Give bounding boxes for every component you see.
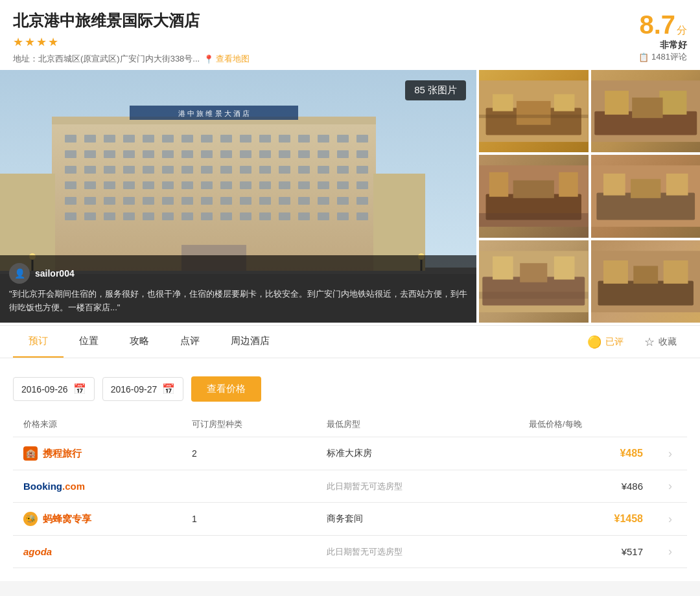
mafengwo-icon: 🐝 [23, 512, 38, 526]
svg-rect-50 [337, 166, 349, 174]
svg-rect-66 [337, 181, 349, 189]
svg-rect-62 [259, 181, 271, 189]
lowest-type-cell: 此日期暂无可选房型 [316, 470, 519, 503]
svg-rect-131 [631, 179, 660, 198]
svg-rect-16 [298, 135, 310, 143]
svg-rect-17 [318, 135, 329, 143]
svg-rect-84 [65, 212, 76, 220]
chevron-cell: › [653, 536, 687, 568]
search-price-button[interactable]: 查看价格 [191, 376, 261, 402]
chevron-icon: › [668, 479, 672, 492]
gallery-thumb-1[interactable] [479, 70, 589, 152]
gallery-thumb-6[interactable] [591, 240, 701, 323]
collect-action[interactable]: ☆ 收藏 [634, 330, 687, 354]
svg-rect-39 [123, 166, 135, 174]
provider-cell-mafengwo: 🐝 蚂蜂窝专享 [13, 503, 181, 536]
lowest-type-cell: 此日期暂无可选房型 [316, 536, 519, 568]
svg-rect-75 [201, 197, 213, 205]
svg-rect-31 [279, 150, 290, 158]
score-label: 非常好 [638, 40, 687, 51]
checkin-input[interactable]: 2016-09-26 📅 [13, 377, 95, 401]
review-text: "到北京开会期间住宿的，服务很好，也很干净，住宿的楼层要刷卡，比较安全。到广安门… [9, 288, 467, 315]
star-2: ★ [25, 35, 35, 49]
chevron-cell: › [653, 470, 687, 503]
svg-rect-71 [123, 197, 135, 205]
svg-rect-126 [479, 213, 589, 227]
svg-rect-141 [663, 260, 688, 284]
chevron-icon: › [668, 447, 672, 460]
svg-rect-34 [337, 150, 349, 158]
header-lowest-type: 最低房型 [316, 412, 519, 437]
svg-rect-35 [356, 150, 368, 158]
svg-rect-67 [356, 181, 368, 189]
nav-item-review[interactable]: 点评 [165, 326, 215, 358]
score-unit: 分 [677, 24, 687, 38]
price-cell: ¥1458 [519, 503, 653, 536]
svg-rect-13 [240, 135, 251, 143]
avatar-icon: 👤 [14, 268, 25, 279]
svg-rect-27 [201, 150, 213, 158]
map-link[interactable]: 📍 查看地图 [204, 53, 250, 65]
star-rating: ★ ★ ★ ★ [13, 35, 687, 49]
svg-rect-11 [201, 135, 213, 143]
price-cell: ¥517 [519, 536, 653, 568]
svg-rect-41 [162, 166, 174, 174]
price-normal: ¥486 [622, 481, 643, 492]
svg-rect-90 [181, 212, 193, 220]
svg-rect-44 [220, 166, 232, 174]
svg-rect-28 [220, 150, 232, 158]
svg-rect-80 [298, 197, 310, 205]
svg-rect-45 [240, 166, 251, 174]
table-header-row: 价格来源 可订房型种类 最低房型 最低价格/每晚 [13, 412, 687, 437]
svg-rect-113 [554, 94, 575, 111]
svg-rect-140 [603, 260, 627, 284]
lowest-type-cell: 商务套间 [316, 503, 519, 536]
nav-item-booking[interactable]: 预订 [13, 326, 64, 358]
address-row: 地址：北京西城区(原宣武区)广安门内大街338号... 📍 查看地图 [13, 53, 687, 65]
nav-item-guide[interactable]: 攻略 [114, 326, 165, 358]
gallery-thumb-2[interactable] [591, 70, 701, 152]
booking-section: 2016-09-26 📅 2016-09-27 📅 查看价格 价格来源 可订房型… [0, 363, 700, 581]
rated-action[interactable]: 🟡 已评 [577, 330, 634, 354]
checkout-input[interactable]: 2016-09-27 📅 [102, 377, 184, 401]
svg-rect-123 [489, 172, 508, 197]
svg-rect-60 [220, 181, 232, 189]
svg-rect-79 [279, 197, 290, 205]
checkin-calendar-icon: 📅 [73, 383, 86, 395]
svg-rect-81 [318, 197, 329, 205]
svg-rect-130 [666, 174, 688, 196]
svg-rect-19 [356, 135, 368, 143]
svg-rect-9 [162, 135, 174, 143]
photo-count-badge[interactable]: 85 张图片 [405, 80, 466, 100]
gallery-thumb-3[interactable] [479, 155, 589, 237]
table-row[interactable]: Booking.com 此日期暂无可选房型 ¥486 › [13, 470, 687, 503]
table-row[interactable]: agoda 此日期暂无可选房型 ¥517 › [13, 536, 687, 568]
gallery-thumb-4[interactable] [591, 155, 701, 237]
svg-rect-43 [201, 166, 213, 174]
nav-item-location[interactable]: 位置 [64, 326, 114, 358]
svg-rect-47 [279, 166, 290, 174]
svg-rect-139 [598, 281, 693, 305]
svg-rect-8 [143, 135, 154, 143]
svg-rect-83 [356, 197, 368, 205]
gallery-thumb-5[interactable] [479, 240, 589, 323]
table-row[interactable]: 🏨 携程旅行 2 标准大床房 ¥485 › [13, 437, 687, 470]
svg-rect-68 [65, 197, 76, 205]
svg-rect-94 [259, 212, 271, 220]
svg-rect-61 [240, 181, 251, 189]
svg-rect-88 [143, 212, 154, 220]
price-cell: ¥485 [519, 437, 653, 470]
svg-rect-78 [259, 197, 271, 205]
svg-rect-137 [479, 292, 589, 299]
date-row: 2016-09-26 📅 2016-09-27 📅 查看价格 [13, 376, 687, 402]
svg-rect-49 [318, 166, 329, 174]
svg-rect-96 [298, 212, 310, 220]
nav-item-nearby[interactable]: 周边酒店 [215, 326, 285, 358]
review-count: 📋 1481评论 [638, 51, 687, 63]
room-count-cell: 2 [181, 437, 316, 470]
score-section: 8.7 分 非常好 📋 1481评论 [638, 10, 687, 63]
chevron-icon: › [668, 545, 672, 558]
svg-rect-24 [143, 150, 154, 158]
table-row[interactable]: 🐝 蚂蜂窝专享 1 商务套间 ¥1458 › [13, 503, 687, 536]
gallery-main[interactable]: 港 中 旅 维 景 大 酒 店 85 张图片 👤 sailor004 "到北京开… [0, 70, 476, 323]
